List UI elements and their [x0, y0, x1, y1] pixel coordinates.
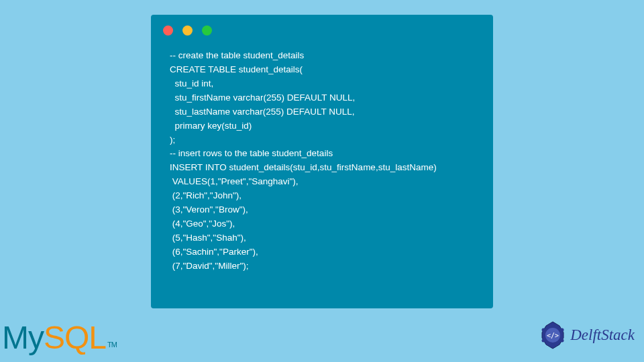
svg-text:</>: </>	[547, 332, 559, 339]
svg-point-8	[542, 328, 545, 332]
svg-point-3	[551, 323, 555, 326]
minimize-icon	[182, 25, 193, 36]
mysql-my: My	[2, 320, 44, 355]
svg-point-7	[542, 339, 545, 343]
close-icon	[163, 25, 173, 36]
mysql-logo: MySQLTM	[2, 319, 117, 356]
delft-icon: </>	[538, 320, 568, 350]
svg-point-4	[561, 328, 564, 332]
svg-point-6	[551, 345, 555, 348]
code-window: -- create the table student_details CREA…	[151, 15, 493, 308]
mysql-tm: TM	[107, 341, 117, 349]
svg-point-5	[561, 339, 564, 343]
delft-text: DelftStack	[570, 326, 635, 344]
code-content: -- create the table student_details CREA…	[151, 42, 493, 280]
maximize-icon	[202, 25, 212, 36]
window-controls	[151, 15, 493, 42]
delft-logo: </> DelftStack	[538, 320, 635, 350]
mysql-sql: SQL	[44, 320, 106, 355]
